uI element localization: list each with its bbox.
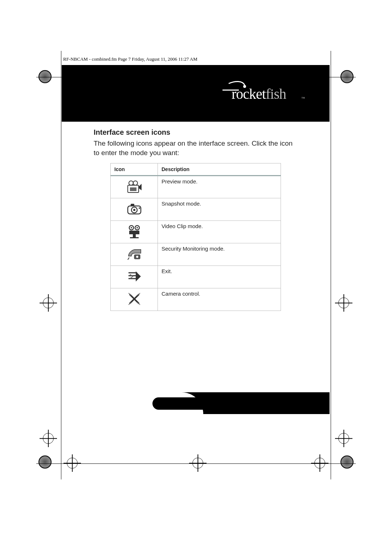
svg-text:rocketfish: rocketfish [232,86,286,102]
page-body: Interface screen icons The following ico… [62,122,330,311]
footer-page-number: 7 [310,395,315,408]
svg-point-9 [133,209,135,211]
th-icon: Icon [111,163,158,176]
table-row: Snapshot mode. [111,198,281,221]
snapshot-mode-icon [111,198,158,221]
reg-mark-bottom-left-icon [38,455,52,469]
reg-mark-bottom-right-icon [340,455,354,469]
rocketfish-logo-icon: rocketfish ™ [221,78,308,104]
cross-mark-icon [192,458,203,469]
page-frame: RF-NBCAM - combined.fm Page 7 Friday, Au… [62,56,330,438]
video-clip-mode-icon [111,221,158,243]
cell-desc: Video Clip mode. [158,221,281,243]
icon-table: Icon Description Preview [110,163,281,311]
svg-rect-4 [130,187,136,191]
cross-mark-icon [67,458,78,469]
section-title: Interface screen icons [94,128,298,137]
svg-rect-10 [131,204,134,206]
table-row: Preview mode. [111,176,281,198]
camera-control-icon [111,288,158,311]
exit-icon [111,266,158,288]
th-desc: Description [158,163,281,176]
table-row: Video Clip mode. [111,221,281,243]
svg-point-15 [136,227,138,228]
reg-mark-top-right-icon [340,70,354,83]
crop-line [61,51,61,479]
svg-rect-18 [130,237,139,238]
cross-mark-icon [43,433,54,444]
cell-desc: Preview mode. [158,176,281,198]
preview-mode-icon [111,176,158,198]
rocketfish-logo: rocketfish ™ [221,78,308,104]
footer-model: RF-NBCAM [235,395,295,408]
page-footer: RF-NBCAM 7 [62,392,330,414]
security-monitoring-mode-icon [111,243,158,266]
cell-desc: Camera control. [158,288,281,311]
table-row: Camera control. [111,288,281,311]
cell-desc: Exit. [158,266,281,288]
cross-mark-icon [338,433,349,444]
intro-text: The following icons appear on the interf… [94,139,298,157]
table-row: Security Monitoring mode. [111,243,281,266]
table-header-row: Icon Description [111,163,281,176]
crop-line [36,463,356,464]
cross-mark-icon [338,297,349,308]
svg-point-11 [139,207,140,209]
crop-line [331,51,331,479]
cross-mark-icon [43,297,54,308]
doc-header-text: RF-NBCAM - combined.fm Page 7 Friday, Au… [62,56,330,62]
footer-cutout [62,392,203,414]
svg-point-14 [131,227,132,228]
cross-mark-icon [314,458,325,469]
svg-text:™: ™ [301,96,305,100]
svg-point-20 [136,256,138,258]
cell-desc: Security Monitoring mode. [158,243,281,266]
svg-point-5 [129,181,133,185]
svg-rect-16 [129,231,139,234]
svg-point-6 [133,181,138,185]
header-black-bar: rocketfish ™ [62,65,330,122]
cell-desc: Snapshot mode. [158,198,281,221]
reg-mark-top-left-icon [38,70,52,83]
table-row: Exit. [111,266,281,288]
